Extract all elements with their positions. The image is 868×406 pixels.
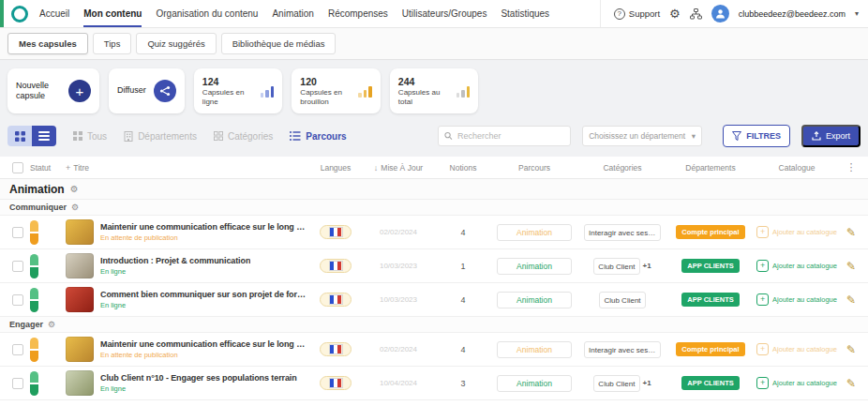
column-departements[interactable]: Départements: [669, 163, 752, 173]
gear-icon[interactable]: ⚙: [70, 185, 79, 194]
publication-status: En ligne: [100, 384, 297, 393]
section-animation: Animation ⚙: [0, 179, 868, 200]
tab-mes-capsules[interactable]: Mes capsules: [7, 33, 88, 54]
group-header: Communiquer ⚙: [0, 200, 868, 216]
building-icon: [124, 131, 133, 142]
user-avatar[interactable]: [711, 5, 729, 23]
nav-mon-contenu[interactable]: Mon contenu: [83, 0, 142, 27]
nav-organisation-du-contenu[interactable]: Organisation du contenu: [156, 0, 258, 27]
department-select[interactable]: Choisissez un département ▾: [582, 126, 702, 146]
tab-tips[interactable]: Tips: [93, 33, 132, 54]
tab-bibliotheque-medias[interactable]: Bibliothèque de médias: [221, 33, 337, 54]
language-badge[interactable]: [320, 342, 352, 356]
filters-button[interactable]: FILTRES: [723, 125, 790, 147]
edit-pencil-icon[interactable]: ✎: [846, 261, 856, 272]
column-categories[interactable]: Catégories: [576, 163, 669, 173]
column-mise-a-jour[interactable]: ↓Mise À Jour: [364, 163, 433, 173]
stat-value-online: 124: [202, 76, 253, 87]
capsule-title[interactable]: Comment bien communiquer sur son projet …: [100, 290, 307, 299]
bar-chart-icon: [261, 85, 275, 98]
filter-tab-categories[interactable]: Catégories: [214, 131, 273, 142]
column-catalogue[interactable]: Catalogue: [752, 163, 842, 173]
parcours-value[interactable]: Animation: [497, 292, 572, 308]
add-to-catalogue-button[interactable]: + Ajouter au catalogue: [756, 293, 837, 306]
nav-statistiques[interactable]: Statistiques: [501, 0, 549, 27]
filter-tab-tous[interactable]: Tous: [73, 131, 107, 142]
nav-accueil[interactable]: Accueil: [39, 0, 69, 27]
capsule-title[interactable]: Introduction : Projet & communication: [100, 256, 250, 265]
capsule-title[interactable]: Club Client n°10 - Engager ses populatio…: [100, 373, 297, 383]
capsule-title[interactable]: Maintenir une communication efficace sur…: [100, 339, 307, 349]
language-badge[interactable]: [320, 293, 352, 307]
add-to-catalogue-button[interactable]: + Ajouter au catalogue: [756, 377, 837, 389]
status-capsule-icon: [30, 371, 38, 396]
settings-gear-icon[interactable]: ⚙: [669, 8, 681, 20]
row-checkbox[interactable]: [12, 378, 23, 389]
edit-pencil-icon[interactable]: ✎: [846, 294, 856, 306]
department-badge: Compte principal: [676, 225, 744, 239]
nav-animation[interactable]: Animation: [272, 0, 313, 27]
column-menu-icon[interactable]: ⋮: [846, 161, 857, 173]
notions-count: 1: [460, 262, 465, 271]
category-value[interactable]: Club Client: [599, 292, 645, 308]
funnel-icon: [732, 131, 741, 141]
language-badge[interactable]: [320, 376, 352, 390]
list-view-button[interactable]: [32, 126, 56, 146]
new-capsule-label: Nouvelle capsule: [16, 81, 61, 102]
filter-tab-departements[interactable]: Départements: [124, 131, 197, 142]
add-to-catalogue-button[interactable]: + Ajouter au catalogue: [756, 343, 837, 355]
language-badge[interactable]: [320, 259, 352, 273]
nav-utilisateurs-groupes[interactable]: Utilisateurs/Groupes: [402, 0, 487, 27]
add-to-catalogue-button[interactable]: + Ajouter au catalogue: [756, 260, 837, 272]
diffuse-card[interactable]: Diffuser: [109, 68, 185, 113]
capsule-title[interactable]: Maintenir une communication efficace sur…: [100, 222, 307, 232]
add-to-catalogue-button[interactable]: + Ajouter au catalogue: [756, 226, 837, 238]
share-icon[interactable]: [154, 80, 176, 102]
top-right-cluster: ? Support ⚙ clubbeedeez@beedeez.com ▾: [600, 0, 868, 27]
row-checkbox[interactable]: [12, 227, 23, 238]
beedeez-logo-icon[interactable]: [11, 6, 28, 23]
search-input[interactable]: [457, 131, 564, 141]
column-langues[interactable]: Langues: [307, 163, 364, 173]
parcours-value[interactable]: Animation: [497, 375, 572, 392]
chevron-down-icon: ▾: [692, 131, 696, 141]
nav-recompenses[interactable]: Récompenses: [328, 0, 388, 27]
category-value[interactable]: Interagir avec ses ap..: [584, 224, 661, 241]
gear-icon[interactable]: ⚙: [48, 321, 55, 329]
select-all-checkbox[interactable]: [12, 162, 23, 173]
update-date: 02/02/2024: [380, 345, 417, 353]
row-checkbox[interactable]: [12, 261, 23, 272]
filter-tab-parcours[interactable]: Parcours: [290, 131, 346, 142]
capsule-thumbnail: [66, 287, 94, 312]
category-value[interactable]: Interagir avec ses ap..: [584, 341, 661, 358]
sort-icon[interactable]: +: [66, 163, 70, 173]
sort-down-icon[interactable]: ↓: [374, 163, 379, 173]
row-checkbox[interactable]: [12, 344, 23, 355]
column-parcours[interactable]: Parcours: [493, 163, 576, 173]
parcours-value[interactable]: Animation: [497, 258, 572, 275]
gear-icon[interactable]: ⚙: [71, 203, 79, 212]
new-capsule-card[interactable]: Nouvelle capsule +: [7, 68, 99, 113]
category-value[interactable]: Club Client: [593, 375, 639, 392]
tab-quiz-suggeres[interactable]: Quiz suggérés: [136, 33, 216, 54]
parcours-value[interactable]: Animation: [497, 341, 572, 358]
row-checkbox[interactable]: [12, 294, 23, 306]
category-value[interactable]: Club Client: [593, 258, 639, 275]
edit-pencil-icon[interactable]: ✎: [846, 378, 856, 389]
grid-view-button[interactable]: [7, 126, 32, 146]
language-badge[interactable]: [320, 225, 352, 239]
department-badge: Compte principal: [676, 342, 744, 356]
chevron-down-icon[interactable]: ▾: [855, 9, 859, 18]
edit-pencil-icon[interactable]: ✎: [846, 227, 856, 238]
capsule-thumbnail: [66, 370, 94, 396]
edit-pencil-icon[interactable]: ✎: [846, 344, 856, 355]
plus-icon[interactable]: +: [68, 80, 91, 102]
export-button[interactable]: Export: [801, 125, 861, 147]
parcours-value[interactable]: Animation: [497, 224, 572, 241]
column-titre[interactable]: +Titre: [66, 163, 307, 173]
account-email[interactable]: clubbeedeez@beedeez.com: [739, 9, 846, 19]
column-notions[interactable]: Notions: [433, 163, 493, 173]
support-button[interactable]: ? Support: [614, 8, 660, 20]
column-statut[interactable]: Statut: [28, 163, 66, 173]
org-chart-icon[interactable]: [690, 8, 702, 20]
